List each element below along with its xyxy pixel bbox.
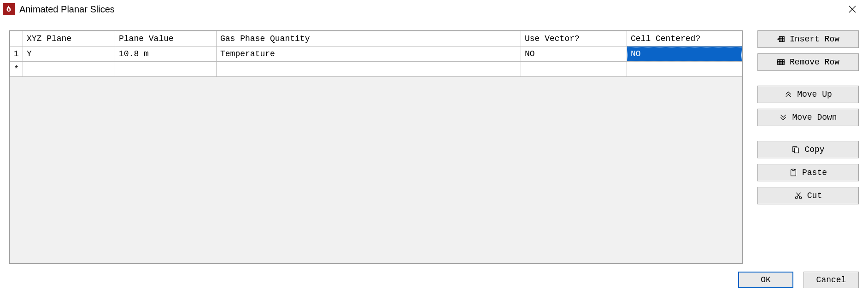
col-header-gas-quantity[interactable]: Gas Phase Quantity: [217, 31, 521, 46]
window-close-button[interactable]: [840, 2, 864, 17]
cancel-label: Cancel: [816, 275, 846, 284]
close-icon: [849, 6, 856, 13]
svg-rect-14: [778, 61, 784, 63]
cut-icon: [794, 192, 803, 200]
cell-empty[interactable]: [217, 62, 521, 77]
svg-line-21: [797, 193, 801, 197]
insert-row-button[interactable]: Insert Row: [757, 30, 859, 48]
cell-empty[interactable]: [23, 62, 115, 77]
cell-gas-quantity[interactable]: Temperature: [217, 46, 521, 62]
fire-icon: [5, 5, 13, 13]
copy-button[interactable]: Copy: [757, 141, 859, 158]
cell-empty[interactable]: [521, 62, 627, 77]
row-header-blank: [10, 31, 23, 46]
table-row[interactable]: 1 Y 10.8 m Temperature NO NO: [10, 46, 742, 62]
col-header-plane-value[interactable]: Plane Value: [115, 31, 217, 46]
svg-point-19: [795, 197, 798, 199]
cut-button[interactable]: Cut: [757, 187, 859, 204]
planar-slices-table[interactable]: XYZ Plane Plane Value Gas Phase Quantity…: [10, 31, 742, 77]
cell-cell-centered[interactable]: NO: [627, 46, 742, 62]
row-index[interactable]: 1: [10, 46, 23, 62]
table-empty-area: [10, 77, 742, 263]
table-new-row[interactable]: *: [10, 62, 742, 77]
svg-point-20: [799, 197, 802, 199]
paste-label: Paste: [802, 168, 827, 177]
paste-icon: [789, 168, 798, 177]
app-icon: [3, 3, 15, 15]
move-up-label: Move Up: [797, 90, 832, 99]
move-up-button[interactable]: Move Up: [757, 86, 859, 103]
col-header-cell-centered[interactable]: Cell Centered?: [627, 31, 742, 46]
move-down-button[interactable]: Move Down: [757, 109, 859, 126]
remove-row-button[interactable]: Remove Row: [757, 53, 859, 71]
cell-xyz[interactable]: Y: [23, 46, 115, 62]
cut-label: Cut: [807, 191, 822, 200]
titlebar: Animated Planar Slices: [0, 0, 868, 18]
svg-rect-16: [795, 148, 799, 153]
cell-use-vector[interactable]: NO: [521, 46, 627, 62]
dialog-footer: OK Cancel: [0, 264, 868, 296]
ok-button[interactable]: OK: [738, 272, 793, 288]
button-pane: Insert Row Remove Row Move Up Move: [757, 30, 859, 264]
move-down-icon: [779, 113, 787, 122]
col-header-use-vector[interactable]: Use Vector?: [521, 31, 627, 46]
new-row-marker[interactable]: *: [10, 62, 23, 77]
table-header-row: XYZ Plane Plane Value Gas Phase Quantity…: [10, 31, 742, 46]
cancel-button[interactable]: Cancel: [803, 272, 859, 288]
insert-row-icon: [777, 35, 785, 43]
cell-plane-value[interactable]: 10.8 m: [115, 46, 217, 62]
move-up-icon: [784, 90, 792, 99]
move-down-label: Move Down: [792, 113, 837, 122]
cell-empty[interactable]: [627, 62, 742, 77]
col-header-xyz[interactable]: XYZ Plane: [23, 31, 115, 46]
svg-rect-18: [792, 169, 794, 170]
copy-label: Copy: [804, 145, 824, 154]
remove-row-label: Remove Row: [790, 58, 839, 67]
svg-rect-2: [779, 37, 784, 42]
paste-button[interactable]: Paste: [757, 164, 859, 181]
svg-line-22: [796, 193, 800, 197]
window-title: Animated Planar Slices: [19, 4, 115, 15]
ok-label: OK: [761, 275, 771, 284]
svg-rect-17: [791, 170, 796, 176]
insert-row-label: Insert Row: [790, 35, 839, 44]
cell-empty[interactable]: [115, 62, 217, 77]
copy-icon: [792, 145, 800, 154]
table-pane: XYZ Plane Plane Value Gas Phase Quantity…: [9, 30, 743, 264]
remove-row-icon: [777, 58, 785, 66]
